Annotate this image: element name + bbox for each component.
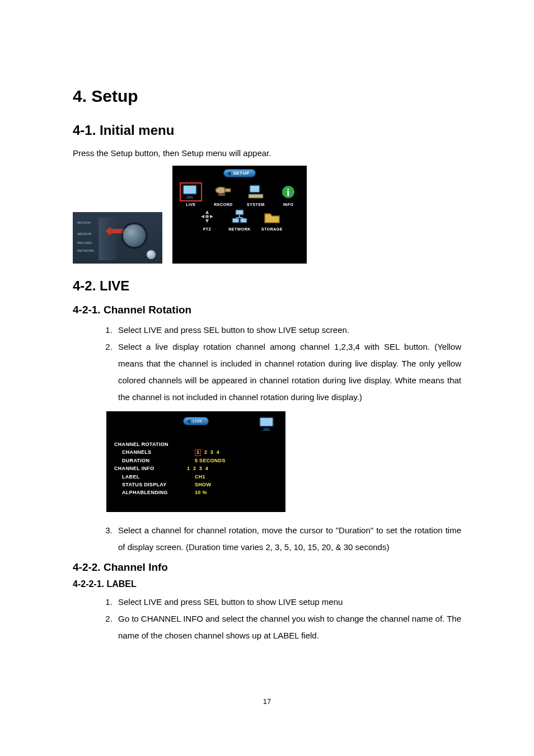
heading-channel-info: 4-2-2. Channel Info [73, 561, 461, 574]
setup-item-ptz: PTZ [193, 208, 221, 231]
step-item: Select LIVE and press SEL button to show… [115, 594, 461, 611]
step-item: Go to CHANNEL INFO and select the channe… [115, 611, 461, 644]
setup-item-system: SYSTEM [242, 183, 270, 206]
hw-label-network: NETWORK [77, 249, 95, 252]
hw-label-motion: MOTION [77, 221, 91, 224]
live-title-pill: LIVE [183, 417, 208, 425]
setup-item-system-label: SYSTEM [247, 203, 265, 206]
live-row-alpha-value: 10 % [195, 489, 278, 496]
svg-rect-12 [232, 218, 239, 223]
step-item: Select LIVE and press SEL button to show… [115, 322, 461, 339]
setup-item-ptz-label: PTZ [203, 227, 212, 231]
jog-dial-icon [123, 224, 146, 247]
heading-live: 4-2. LIVE [73, 278, 461, 294]
live-row-alpha-label: ALPHABLENDING [114, 489, 195, 496]
heading-channel-rotation: 4-2-1. Channel Rotation [73, 304, 461, 316]
setup-item-network-label: NETWORK [228, 227, 251, 231]
setup-item-record-label: RECORD [214, 203, 232, 206]
computer-icon [245, 183, 266, 201]
live-row-label-value: CH1 [195, 473, 278, 481]
hw-label-record: RECORD [77, 241, 92, 245]
monitor-icon [257, 416, 278, 434]
live-row-channel-info-value: 1 2 3 4 [187, 464, 278, 472]
steps-channel-rotation: Select LIVE and press SEL button to show… [73, 322, 461, 406]
setup-title-text: SETUP [233, 171, 249, 176]
folder-icon [261, 208, 283, 226]
setup-item-storage-label: STORAGE [261, 227, 283, 231]
svg-rect-7 [249, 194, 263, 198]
live-menu-screenshot: LIVE CHANNEL ROTATION CHANNELS 1 2 3 4 D… [106, 411, 285, 512]
live-title-text: LIVE [193, 419, 202, 424]
live-row-channel-rotation: CHANNEL ROTATION [114, 440, 187, 448]
step-item: Select a channel for channel rotation, m… [115, 522, 461, 556]
figure-row-initial: MOTION SENSOR RECORD NETWORK SETUP [73, 166, 461, 264]
steps-channel-rotation-cont: Select a channel for channel rotation, m… [73, 522, 461, 556]
live-row-duration-label: DURATION [114, 457, 195, 464]
live-row-channels-label: CHANNELS [114, 448, 195, 456]
setup-item-live-label: LIVE [186, 203, 196, 206]
live-row-channel-info: CHANNEL INFO [114, 464, 187, 472]
svg-text:i: i [287, 187, 290, 198]
setup-menu-screenshot: SETUP LIVE RECORD [172, 166, 307, 264]
heading-setup: 4. Setup [73, 87, 461, 106]
setup-title-pill: SETUP [223, 169, 255, 177]
live-row-label-label: LABEL [114, 473, 195, 481]
svg-rect-0 [183, 185, 196, 194]
svg-rect-4 [225, 189, 231, 192]
steps-label: Select LIVE and press SEL button to show… [73, 594, 461, 644]
page-number: 17 [0, 697, 534, 706]
svg-rect-11 [236, 210, 243, 215]
hw-label-sensor: SENSOR [77, 232, 91, 236]
svg-rect-6 [250, 185, 260, 192]
back-triangle-icon [227, 171, 231, 176]
info-icon: i [278, 183, 299, 201]
setup-item-record: RECORD [209, 183, 237, 206]
step-item: Select a live display rotation channel a… [115, 339, 461, 406]
live-row-status-label: STATUS DISPLAY [114, 481, 195, 489]
ptz-icon [196, 208, 218, 226]
paragraph-press-setup: Press the Setup button, then Setup menu … [73, 148, 461, 158]
monitor-icon [180, 183, 202, 201]
live-row-duration-value: 5 SECONDS [195, 457, 278, 464]
svg-rect-1 [187, 196, 193, 198]
back-triangle-icon [187, 419, 190, 424]
svg-rect-5 [218, 194, 225, 196]
heading-initial-menu: 4-1. Initial menu [73, 123, 461, 138]
hardware-photo: MOTION SENSOR RECORD NETWORK [73, 212, 162, 264]
svg-rect-19 [263, 430, 270, 431]
svg-rect-17 [260, 417, 273, 426]
network-icon [229, 208, 250, 226]
setup-item-info: i INFO [274, 183, 302, 206]
svg-rect-2 [186, 198, 194, 199]
svg-point-10 [205, 215, 209, 218]
live-row-channels-value: 1 2 3 4 [195, 448, 278, 456]
setup-item-info-label: INFO [283, 203, 294, 206]
svg-rect-13 [240, 218, 247, 223]
setup-item-network: NETWORK [226, 208, 254, 231]
camera-icon [213, 183, 234, 201]
setup-item-live: LIVE [177, 183, 205, 206]
svg-rect-18 [264, 428, 269, 430]
channel-1-selected: 1 [195, 449, 201, 456]
heading-label: 4-2-2-1. LABEL [73, 579, 461, 589]
live-row-status-value: SHOW [195, 481, 278, 489]
setup-item-storage: STORAGE [258, 208, 286, 231]
